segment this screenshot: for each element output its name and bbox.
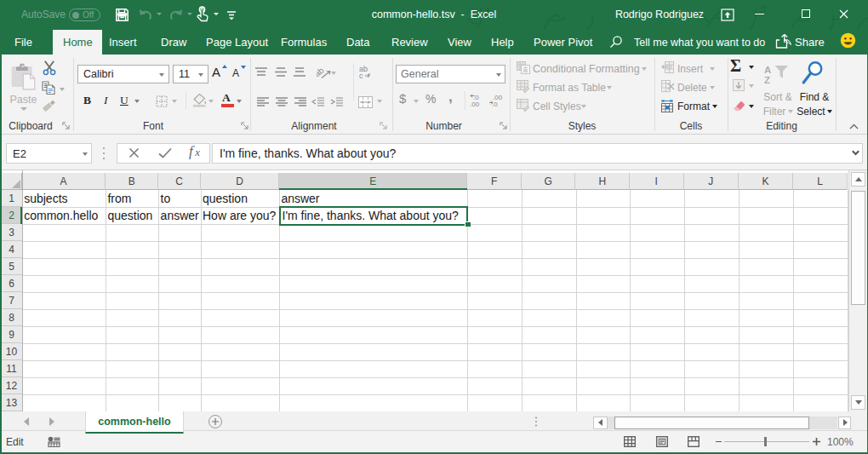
svg-text:c: c [359,72,363,79]
svg-text:A: A [764,65,771,75]
svg-text:.0: .0 [492,101,498,107]
svg-text:ab: ab [317,66,326,78]
svg-text:.00: .00 [470,101,480,107]
svg-text:Z: Z [764,75,770,85]
